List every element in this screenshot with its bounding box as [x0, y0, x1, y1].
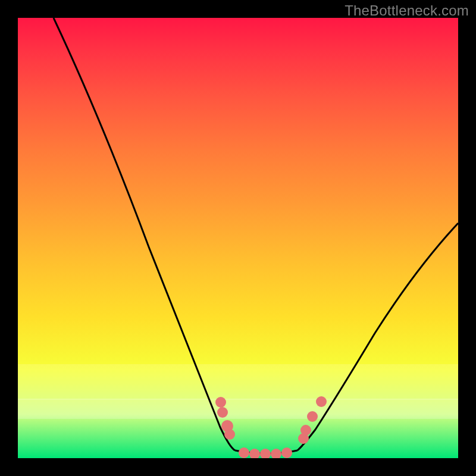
marker-dot — [316, 396, 327, 407]
chart-svg — [18, 18, 458, 458]
marker-dot — [260, 449, 271, 458]
marker-dot — [300, 425, 311, 436]
marker-dot — [271, 449, 281, 458]
curve-right — [298, 223, 458, 450]
plot-area — [18, 18, 458, 458]
marker-dot — [239, 447, 249, 458]
watermark-text: TheBottleneck.com — [345, 2, 469, 19]
marker-dot — [224, 429, 235, 440]
marker-dot — [281, 447, 292, 458]
marker-dot — [307, 411, 318, 422]
curve-left — [54, 18, 235, 450]
marker-dot — [217, 407, 228, 418]
marker-dot — [249, 449, 260, 458]
marker-dot — [215, 397, 226, 408]
